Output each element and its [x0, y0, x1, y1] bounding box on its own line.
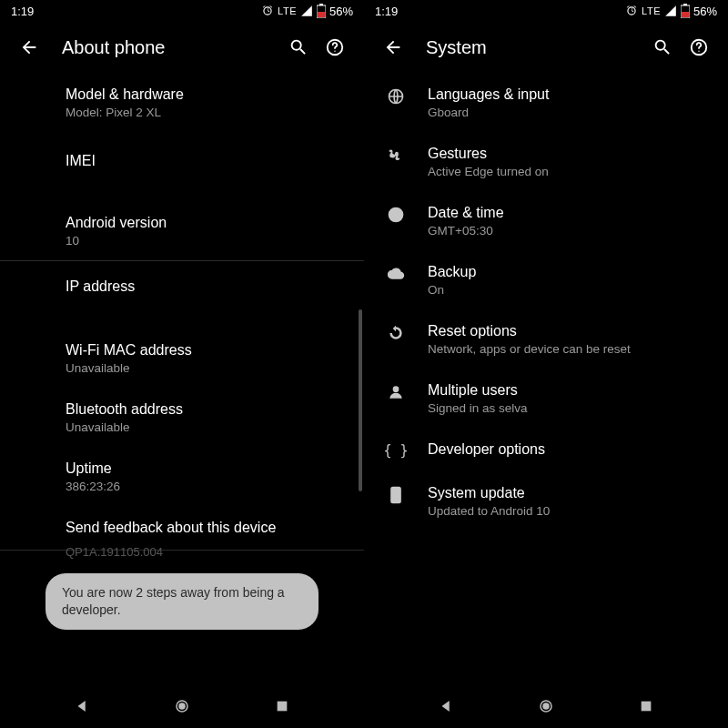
lte-label: LTE	[278, 5, 297, 16]
item-system-update[interactable]: System updateUpdated to Android 10	[364, 471, 728, 531]
search-icon	[652, 37, 672, 57]
svg-point-6	[178, 703, 186, 710]
item-gestures[interactable]: GesturesActive Edge turned on	[364, 132, 728, 191]
back-arrow-icon	[19, 37, 39, 57]
status-bar: 1:19 LTE 56%	[364, 0, 728, 22]
back-button[interactable]	[375, 29, 411, 66]
triangle-back-icon	[438, 698, 454, 714]
item-reset-options[interactable]: Reset optionsNetwork, apps or device can…	[364, 309, 728, 369]
phone-right: 1:19 LTE 56% System Languages & inputGbo…	[364, 0, 728, 728]
item-ip-address[interactable]: IP address	[66, 261, 349, 329]
content-left: Model & hardware Model: Pixel 2 XL IMEI …	[0, 73, 364, 684]
back-button[interactable]	[11, 29, 47, 66]
battery-percent: 56%	[693, 5, 717, 18]
phone-left: 1:19 LTE 56% About phone Model & hardwar…	[0, 0, 364, 728]
status-time: 1:19	[11, 5, 34, 18]
gesture-icon	[387, 147, 405, 165]
item-model-hardware[interactable]: Model & hardware Model: Pixel 2 XL	[66, 73, 349, 132]
globe-icon	[387, 87, 405, 106]
build-number-partial: QP1A.191105.004	[0, 545, 364, 559]
nav-recent[interactable]	[628, 688, 664, 724]
item-date-time[interactable]: Date & timeGMT+05:30	[364, 191, 728, 250]
braces-icon: { }	[383, 442, 408, 459]
page-title: System	[426, 37, 644, 58]
item-android-version[interactable]: Android version 10	[66, 190, 349, 260]
header-right: System	[364, 22, 728, 73]
nav-bar	[0, 684, 364, 728]
scrollbar[interactable]	[359, 309, 362, 491]
battery-icon	[317, 4, 326, 18]
help-button[interactable]	[681, 29, 717, 66]
svg-point-18	[542, 703, 550, 710]
item-send-feedback[interactable]: Send feedback about this device	[66, 506, 349, 541]
svg-point-4	[334, 50, 335, 51]
search-button[interactable]	[644, 29, 681, 66]
nav-back[interactable]	[428, 688, 464, 724]
back-arrow-icon	[383, 37, 403, 57]
developer-toast: You are now 2 steps away from being a de…	[46, 573, 318, 630]
item-multiple-users[interactable]: Multiple usersSigned in as selva	[364, 369, 728, 428]
svg-rect-7	[278, 702, 288, 712]
battery-percent: 56%	[329, 5, 353, 18]
item-wifi-mac[interactable]: Wi-Fi MAC address Unavailable	[66, 329, 349, 388]
help-icon	[325, 37, 345, 57]
page-title: About phone	[62, 37, 280, 58]
item-languages-input[interactable]: Languages & inputGboard	[364, 73, 728, 132]
lte-label: LTE	[642, 5, 661, 16]
item-bluetooth-address[interactable]: Bluetooth address Unavailable	[66, 388, 349, 447]
nav-home[interactable]	[164, 688, 200, 724]
item-developer-options[interactable]: { } Developer options	[364, 428, 728, 471]
header-left: About phone	[0, 22, 364, 73]
square-recent-icon	[275, 699, 289, 713]
status-time: 1:19	[375, 5, 398, 18]
nav-back[interactable]	[64, 688, 100, 724]
search-button[interactable]	[280, 29, 317, 66]
person-icon	[387, 383, 405, 401]
alarm-icon	[261, 5, 274, 17]
square-recent-icon	[639, 699, 653, 713]
clock-icon	[387, 206, 405, 224]
svg-rect-19	[642, 702, 652, 712]
help-button[interactable]	[317, 29, 353, 66]
content-right: Languages & inputGboard GesturesActive E…	[364, 73, 728, 684]
restore-icon	[387, 324, 405, 342]
update-icon	[388, 486, 404, 504]
item-uptime[interactable]: Uptime 386:23:26	[66, 447, 349, 506]
svg-rect-2	[318, 12, 325, 17]
triangle-back-icon	[74, 698, 90, 714]
svg-point-12	[698, 50, 699, 51]
cloud-icon	[387, 265, 405, 283]
svg-rect-10	[682, 12, 689, 17]
svg-point-15	[394, 387, 399, 391]
circle-home-icon	[538, 698, 554, 714]
nav-bar	[364, 684, 728, 728]
status-bar: 1:19 LTE 56%	[0, 0, 364, 22]
nav-home[interactable]	[528, 688, 564, 724]
signal-icon	[300, 5, 313, 17]
signal-icon	[664, 5, 677, 17]
item-backup[interactable]: BackupOn	[364, 250, 728, 309]
item-imei[interactable]: IMEI	[66, 132, 349, 190]
alarm-icon	[625, 5, 638, 17]
nav-recent[interactable]	[264, 688, 300, 724]
help-icon	[689, 37, 709, 57]
circle-home-icon	[174, 698, 190, 714]
battery-icon	[681, 4, 690, 18]
search-icon	[288, 37, 308, 57]
